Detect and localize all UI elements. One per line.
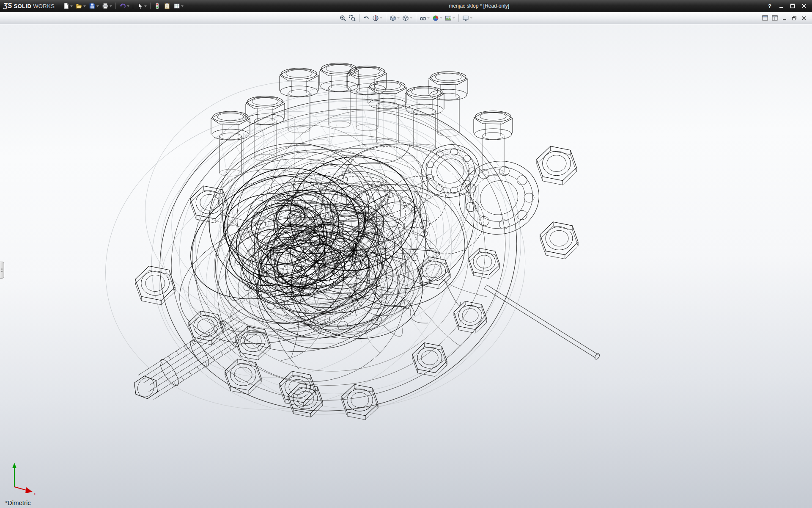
section-view-icon <box>372 15 379 22</box>
hide-show-icon <box>420 15 426 22</box>
undo-icon <box>119 3 126 9</box>
model-wireframe <box>0 24 812 508</box>
edit-appearance-button[interactable] <box>431 14 444 22</box>
toolbar-separator <box>359 14 359 22</box>
dropdown-arrow-icon[interactable] <box>127 6 129 7</box>
fullscreen-button[interactable] <box>761 15 769 22</box>
new-document-button[interactable] <box>61 2 74 10</box>
hide-show-items-button[interactable] <box>418 14 431 22</box>
document-title: menjac sklop * [Read-only] <box>449 3 509 9</box>
file-properties-button[interactable] <box>162 2 172 10</box>
undo-button[interactable] <box>118 2 131 10</box>
open-folder-icon <box>76 3 82 9</box>
dropdown-arrow-icon[interactable] <box>440 17 442 19</box>
dropdown-arrow-icon[interactable] <box>453 17 455 19</box>
window-controls: ? <box>765 2 812 10</box>
minimize-document-button[interactable] <box>781 15 788 22</box>
logo-text-bold: SOLID <box>14 3 31 9</box>
properties-icon <box>164 3 170 9</box>
dropdown-arrow-icon[interactable] <box>380 17 382 19</box>
select-cursor-icon <box>137 3 143 9</box>
triad-x-axis <box>25 487 33 493</box>
close-icon <box>801 3 807 8</box>
options-button[interactable] <box>172 2 185 10</box>
print-button[interactable] <box>101 2 113 10</box>
zoom-to-area-button[interactable] <box>348 14 357 22</box>
minimize-button[interactable] <box>777 2 785 10</box>
minimize-document-icon <box>782 16 787 21</box>
maximize-button[interactable] <box>788 2 797 10</box>
open-button[interactable] <box>74 2 87 10</box>
minimize-icon <box>779 3 784 8</box>
heads-up-view-toolbar-row <box>0 12 812 24</box>
zoom-to-fit-button[interactable] <box>338 14 348 22</box>
rebuild-icon <box>154 3 161 9</box>
rebuild-button[interactable] <box>153 2 162 10</box>
scene-icon <box>445 15 452 22</box>
section-view-button[interactable] <box>371 14 384 22</box>
titlebar: ƷS SOLIDWORKS <box>0 0 812 12</box>
heads-up-view-toolbar <box>338 14 474 22</box>
new-document-icon <box>63 3 69 9</box>
display-style-icon <box>402 15 409 22</box>
orientation-triad: x <box>4 461 39 498</box>
print-icon <box>102 3 109 9</box>
dropdown-arrow-icon[interactable] <box>110 6 112 7</box>
dropdown-arrow-icon[interactable] <box>410 17 412 19</box>
apply-scene-button[interactable] <box>444 14 456 22</box>
dropdown-arrow-icon[interactable] <box>83 6 86 7</box>
solidworks-logo-icon: ƷS <box>3 2 12 10</box>
dropdown-arrow-icon[interactable] <box>397 17 400 19</box>
document-window-controls <box>761 15 812 22</box>
logo-text-light: WORKS <box>33 3 55 9</box>
save-icon <box>89 3 96 9</box>
triad-y-axis <box>12 463 16 468</box>
split-view-button[interactable] <box>771 15 779 22</box>
restore-document-button[interactable] <box>790 15 798 22</box>
zoom-fit-icon <box>340 15 346 22</box>
save-button[interactable] <box>88 2 100 10</box>
maximize-icon <box>790 3 795 8</box>
restore-document-icon <box>792 16 797 21</box>
fullscreen-icon <box>762 15 768 21</box>
graphics-area[interactable]: x *Dimetric <box>0 24 812 508</box>
view-cube-icon <box>390 15 396 22</box>
solidworks-window: ƷS SOLIDWORKS <box>0 0 812 508</box>
toolbar-separator <box>386 14 386 22</box>
dropdown-arrow-icon[interactable] <box>181 6 184 7</box>
solidworks-logo: ƷS SOLIDWORKS <box>0 2 61 10</box>
dropdown-arrow-icon[interactable] <box>427 17 430 19</box>
dropdown-arrow-icon[interactable] <box>470 17 472 19</box>
toolbar-separator <box>115 3 116 9</box>
view-settings-button[interactable] <box>461 14 474 22</box>
close-document-icon <box>801 16 807 21</box>
previous-view-icon <box>363 15 370 22</box>
display-style-button[interactable] <box>401 14 414 22</box>
view-orientation-button[interactable] <box>388 14 401 22</box>
options-icon <box>173 3 180 9</box>
select-button[interactable] <box>135 2 148 10</box>
toolbar-separator <box>458 14 459 22</box>
toolbar-separator <box>416 14 416 22</box>
close-document-button[interactable] <box>800 15 808 22</box>
view-settings-icon <box>462 15 469 22</box>
toolbar-separator <box>150 3 151 9</box>
help-button[interactable]: ? <box>765 2 774 10</box>
dropdown-arrow-icon[interactable] <box>70 6 73 7</box>
toolbar-separator <box>133 3 133 9</box>
feature-tree-collapsed-tab[interactable] <box>0 262 4 279</box>
dropdown-arrow-icon[interactable] <box>96 6 99 7</box>
dropdown-arrow-icon[interactable] <box>144 6 147 7</box>
previous-view-button[interactable] <box>362 14 371 22</box>
close-button[interactable] <box>800 2 808 10</box>
split-view-icon <box>772 15 778 21</box>
zoom-area-icon <box>349 15 356 22</box>
appearance-icon <box>432 15 439 22</box>
triad-x-label: x <box>33 491 36 496</box>
view-orientation-label: *Dimetric <box>5 499 31 506</box>
standard-toolbar <box>61 2 185 10</box>
